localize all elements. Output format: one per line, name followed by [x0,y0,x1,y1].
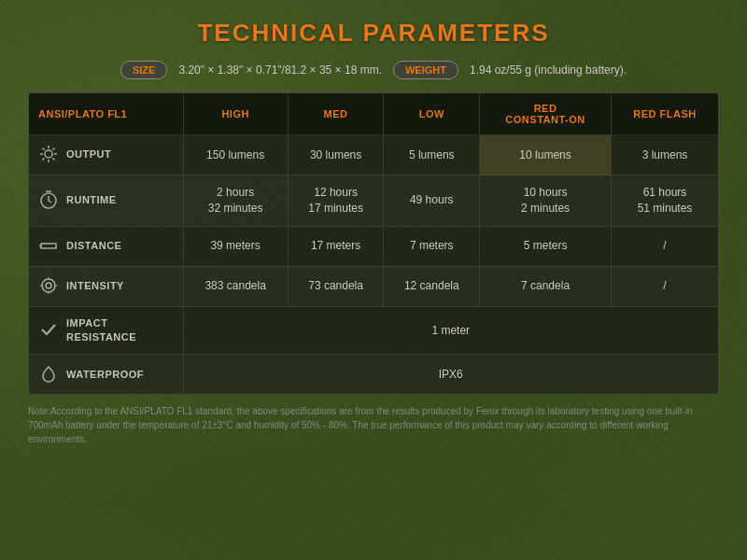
cell-distance-med: 17 meters [288,226,384,266]
cell-runtime-high: 2 hours32 minutes [183,175,288,227]
row-value-waterproof: IPX6 [183,355,718,395]
col-header-red: REDCONSTANT-ON [480,93,612,135]
cell-output-low: 5 lumens [384,135,480,175]
tech-params-table: ANSI/PLATO FL1 HIGH MED LOW REDCONSTANT-… [29,93,718,394]
cell-intensity-med: 73 candela [288,266,384,306]
svg-line-11 [49,201,51,203]
row-label-runtime: RUNTIME [29,175,183,227]
intensity-icon [38,276,59,297]
weight-badge: WEIGHT [393,61,458,79]
specs-row: SIZE 3.20" × 1.38" × 0.71"/81.2 × 35 × 1… [28,61,719,79]
row-label-output: OUTPUT [29,135,183,175]
cell-output-red: 10 lumens [480,135,612,175]
table-row-runtime: RUNTIME2 hours32 minutes12 hours17 minut… [29,175,718,227]
col-header-flash: RED FLASH [611,93,718,135]
cell-runtime-flash: 61 hours51 minutes [611,175,718,227]
cell-output-high: 150 lumens [183,135,288,175]
svg-rect-13 [41,244,56,248]
row-label-intensity: INTENSITY [29,266,183,306]
svg-line-7 [52,148,54,150]
size-value: 3.20" × 1.38" × 0.71"/81.2 × 35 × 18 mm. [178,63,382,77]
col-header-med: MED [288,93,384,135]
row-label-distance: DISTANCE [29,226,183,266]
table-row-intensity: INTENSITY383 candela73 candela12 candela… [29,266,718,306]
cell-intensity-high: 383 candela [183,266,288,306]
svg-point-15 [42,279,55,292]
cell-distance-flash: / [611,226,718,266]
output-icon [38,145,59,165]
distance-icon [38,236,59,257]
table-row-output: OUTPUT150 lumens30 lumens5 lumens10 lume… [29,135,718,175]
row-label-impact: IMPACTRESISTANCE [29,306,183,355]
impact-icon [38,320,59,341]
runtime-icon [38,190,59,211]
footnote: Note:According to the ANSI/PLATO FL1 sta… [28,404,719,446]
svg-point-16 [46,283,51,288]
weight-value: 1.94 oz/55 g (including battery). [470,63,627,77]
cell-runtime-low: 49 hours [384,175,480,227]
cell-intensity-low: 12 candela [384,266,480,306]
row-label-waterproof: WATERPROOF [29,355,183,395]
row-value-impact: 1 meter [183,306,718,355]
waterproof-icon [38,364,59,385]
svg-line-6 [52,158,54,160]
cell-distance-high: 39 meters [183,226,288,266]
col-header-low: LOW [384,93,480,135]
cell-runtime-med: 12 hours17 minutes [288,175,384,227]
col-header-high: HIGH [183,93,288,135]
tech-params-table-container: ANSI/PLATO FL1 HIGH MED LOW REDCONSTANT-… [28,92,719,395]
cell-distance-low: 7 meters [384,226,480,266]
page-title: TECHNICAL PARAMETERS [28,19,719,48]
cell-output-flash: 3 lumens [611,135,718,175]
cell-intensity-flash: / [611,266,718,306]
table-header-row: ANSI/PLATO FL1 HIGH MED LOW REDCONSTANT-… [29,93,718,135]
table-row-impact: IMPACTRESISTANCE1 meter [29,306,718,355]
svg-line-5 [43,148,45,150]
table-row-waterproof: WATERPROOFIPX6 [29,355,718,395]
cell-output-med: 30 lumens [288,135,384,175]
svg-point-0 [45,150,52,158]
cell-distance-red: 5 meters [480,226,612,266]
svg-line-8 [43,158,45,160]
cell-intensity-red: 7 candela [480,266,612,306]
table-row-distance: DISTANCE39 meters17 meters7 meters5 mete… [29,226,718,266]
size-badge: SIZE [120,61,167,79]
col-header-ansi: ANSI/PLATO FL1 [29,93,183,135]
cell-runtime-red: 10 hours2 minutes [480,175,612,227]
